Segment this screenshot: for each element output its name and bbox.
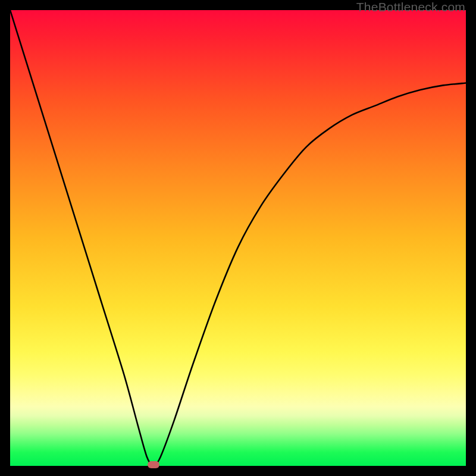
watermark-text: TheBottleneck.com (356, 0, 465, 14)
bottleneck-curve (10, 10, 466, 466)
optimal-point-marker (148, 461, 159, 468)
curve-svg (10, 10, 466, 466)
